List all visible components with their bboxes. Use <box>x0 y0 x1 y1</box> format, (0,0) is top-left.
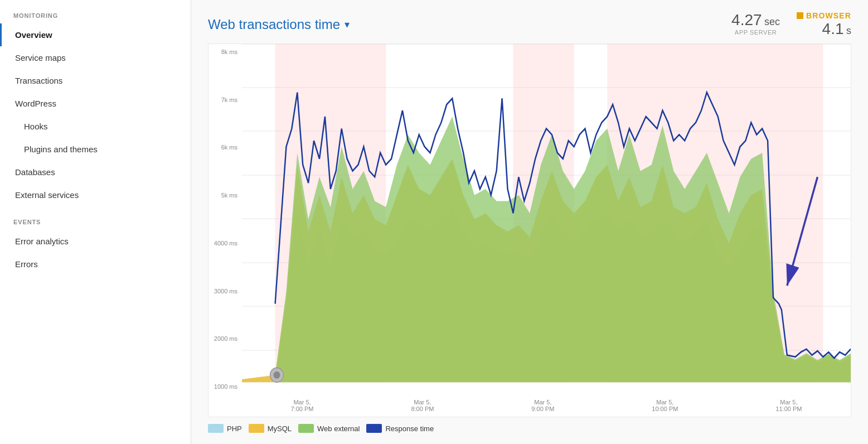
sidebar: MONITORING Overview Service maps Transac… <box>0 0 191 444</box>
y-label-3: 4000 ms <box>211 240 237 247</box>
y-axis: 1000 ms 2000 ms 3000 ms 4000 ms 5k ms 6k… <box>208 44 242 394</box>
y-label-2: 3000 ms <box>211 288 237 295</box>
sidebar-item-label: Overview <box>15 30 52 40</box>
x-label-3: Mar 5, 10:00 PM <box>652 399 678 412</box>
y-label-7: 8k ms <box>211 49 237 55</box>
main-content: Web transactions time ▾ 4.27 sec APP SER… <box>191 0 868 444</box>
stat-browser: BROWSER 4.1 s <box>797 11 851 38</box>
legend-label-php: PHP <box>227 424 242 433</box>
x-label-1: Mar 5, 8:00 PM <box>411 399 434 412</box>
sidebar-item-label: Errors <box>15 259 38 269</box>
sidebar-item-label: Error analytics <box>15 237 69 246</box>
legend-color-web-external <box>298 424 314 433</box>
sidebar-item-plugins-themes[interactable]: Plugins and themes <box>0 138 191 161</box>
chart-dropdown-icon[interactable]: ▾ <box>345 18 350 31</box>
legend-color-php <box>208 424 224 433</box>
chart-stats: 4.27 sec APP SERVER BROWSER 4.1 s <box>731 11 851 38</box>
sidebar-item-errors[interactable]: Errors <box>0 253 191 276</box>
chart-title: Web transactions time <box>208 17 340 32</box>
sidebar-item-label: Plugins and themes <box>24 144 98 154</box>
legend-web-external: Web external <box>298 424 360 433</box>
y-label-6: 7k ms <box>211 96 237 103</box>
stat-app-server-label: APP SERVER <box>731 29 780 36</box>
sidebar-item-error-analytics[interactable]: Error analytics <box>0 230 191 253</box>
sidebar-item-databases[interactable]: Databases <box>0 161 191 184</box>
sidebar-item-label: External services <box>15 190 79 200</box>
stat-app-server-value: 4.27 sec <box>731 11 780 29</box>
browser-color-square <box>797 12 803 19</box>
sidebar-item-label: Databases <box>15 167 55 177</box>
events-section-label: EVENTS <box>0 206 191 230</box>
deployment-inner <box>274 371 280 379</box>
sidebar-item-label: Transactions <box>15 76 62 85</box>
x-label-0: Mar 5, 7:00 PM <box>290 399 313 412</box>
stat-browser-value: 4.1 s <box>797 20 851 38</box>
sidebar-item-label: Service maps <box>15 53 66 62</box>
x-label-4: Mar 5, 11:00 PM <box>775 399 802 412</box>
legend-label-mysql: MySQL <box>268 424 292 433</box>
y-label-0: 1000 ms <box>211 383 237 390</box>
monitoring-section-label: MONITORING <box>0 0 191 23</box>
legend-label-web-external: Web external <box>317 424 360 433</box>
sidebar-item-wordpress[interactable]: WordPress <box>0 92 191 115</box>
chart-legend: PHP MySQL Web external Response time <box>208 424 851 433</box>
legend-mysql: MySQL <box>249 424 292 433</box>
stat-browser-row: BROWSER <box>797 11 851 20</box>
legend-color-mysql <box>249 424 264 433</box>
chart-header: Web transactions time ▾ 4.27 sec APP SER… <box>208 11 851 38</box>
chart-svg <box>242 44 851 394</box>
sidebar-item-label: Hooks <box>24 122 48 131</box>
legend-color-response-time <box>366 424 382 433</box>
x-label-2: Mar 5, 9:00 PM <box>531 399 554 412</box>
legend-php: PHP <box>208 424 242 433</box>
legend-label-response-time: Response time <box>385 424 434 433</box>
x-axis: Mar 5, 7:00 PM Mar 5, 8:00 PM Mar 5, 9:0… <box>242 394 851 417</box>
sidebar-item-service-maps[interactable]: Service maps <box>0 46 191 69</box>
chart-svg-area <box>242 44 851 394</box>
y-label-4: 5k ms <box>211 192 237 199</box>
sidebar-item-transactions[interactable]: Transactions <box>0 69 191 92</box>
chart-title-group: Web transactions time ▾ <box>208 17 350 32</box>
y-label-5: 6k ms <box>211 144 237 151</box>
stat-app-server: 4.27 sec APP SERVER <box>731 11 780 36</box>
sidebar-item-external-services[interactable]: External services <box>0 184 191 206</box>
sidebar-item-overview[interactable]: Overview <box>0 23 191 46</box>
chart-container: 1000 ms 2000 ms 3000 ms 4000 ms 5k ms 6k… <box>208 44 851 417</box>
sidebar-item-label: WordPress <box>15 99 56 108</box>
legend-response-time: Response time <box>366 424 434 433</box>
y-label-1: 2000 ms <box>211 335 237 342</box>
browser-label: BROWSER <box>806 11 851 20</box>
sidebar-item-hooks[interactable]: Hooks <box>0 115 191 138</box>
